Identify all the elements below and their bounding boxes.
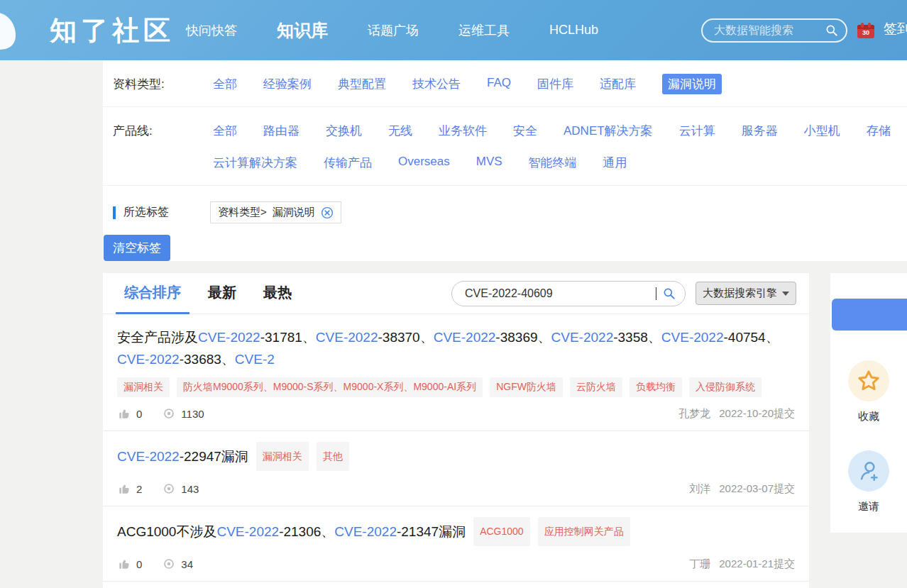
tag-chip[interactable]: 负载均衡 <box>630 377 682 397</box>
favorite-button[interactable] <box>848 360 889 401</box>
nav-item[interactable]: 知识库 <box>277 19 328 42</box>
section-accent-bar <box>113 206 116 219</box>
header-search-input[interactable] <box>713 23 825 38</box>
sort-tab[interactable]: 综合排序 <box>116 273 189 314</box>
invite-button[interactable] <box>848 450 889 492</box>
result-title[interactable]: 安全产品涉及CVE-2022-31781、CVE-2022-38370、CVE-… <box>117 326 795 370</box>
tag-chip[interactable]: 云防火墙 <box>570 377 622 397</box>
like-count: 0 <box>136 558 142 570</box>
filter-rows: 资料类型:全部经验案例典型配置技术公告FAQ固件库适配库漏洞说明产品线:全部路由… <box>103 60 907 186</box>
thumbs-up-icon[interactable] <box>117 482 131 496</box>
nav-item[interactable]: 快问快答 <box>186 22 237 39</box>
title-highlight: CVE-2022 <box>334 524 397 539</box>
filter-option[interactable]: FAQ <box>487 74 511 94</box>
favorite-label: 收藏 <box>858 410 879 423</box>
views-icon <box>162 406 176 421</box>
filter-option[interactable]: 经验案例 <box>263 74 312 94</box>
title-highlight: CVE-2022 <box>551 330 614 345</box>
nav-item[interactable]: 运维工具 <box>458 22 510 39</box>
submit-date: 2022-03-07提交 <box>719 482 795 494</box>
filter-option[interactable]: 云计算解决方案 <box>213 152 297 173</box>
thumbs-up-icon[interactable] <box>117 406 131 421</box>
results-search-input[interactable] <box>463 287 655 301</box>
filter-option[interactable]: 存储 <box>867 121 891 141</box>
tag-chip[interactable]: ACG1000 <box>473 517 529 546</box>
calendar-icon[interactable]: 30 <box>857 23 874 38</box>
like-count: 2 <box>136 483 142 495</box>
thumbs-up-icon[interactable] <box>117 557 131 571</box>
search-icon[interactable] <box>825 23 839 38</box>
logo-text[interactable]: 知了社区 <box>50 13 175 49</box>
sort-tab[interactable]: 最热 <box>255 273 300 314</box>
filter-option[interactable]: 全部 <box>213 74 237 94</box>
views-icon <box>162 557 176 571</box>
selected-tag-category: 资料类型> <box>218 206 267 219</box>
tag-chip[interactable]: NGFW防火墙 <box>490 377 563 397</box>
clear-tags-button[interactable]: 清空标签 <box>104 235 170 261</box>
tag-chip[interactable]: 其他 <box>317 442 349 471</box>
title-highlight: CVE-2022 <box>117 352 180 367</box>
filter-option[interactable]: Overseas <box>398 152 450 173</box>
title-highlight: CVE-2022 <box>316 330 378 345</box>
sidebar-action-button[interactable] <box>832 299 907 331</box>
search-icon[interactable] <box>662 287 676 301</box>
result-title[interactable]: ACG1000不涉及CVE-2022-21306、CVE-2022-21347漏… <box>117 518 795 548</box>
views-count: 34 <box>181 558 193 570</box>
calendar-peg <box>868 23 871 28</box>
signin-link[interactable]: 签到 <box>884 20 907 38</box>
results-search[interactable] <box>451 281 686 306</box>
title-text: -22947漏洞 <box>180 449 248 464</box>
tag-chip[interactable]: 漏洞相关 <box>117 377 170 397</box>
result-meta: 2143刘洋2022-03-07提交 <box>117 482 795 496</box>
filter-option[interactable]: 技术公告 <box>412 74 461 94</box>
nav-item[interactable]: 话题广场 <box>368 22 419 39</box>
tag-chip[interactable]: 防火墙M9000系列、M9000-S系列、M9000-X系列、M9000-AI系… <box>177 377 483 397</box>
submit-date: 2022-10-20提交 <box>719 407 795 419</box>
remove-tag-icon[interactable] <box>321 206 334 219</box>
filter-row-label: 产品线: <box>113 121 213 139</box>
filter-option[interactable]: 漏洞说明 <box>662 74 722 94</box>
title-text: -31781、 <box>260 330 316 345</box>
header-search[interactable] <box>701 18 847 43</box>
title-text: -33683、 <box>180 352 235 367</box>
filter-option[interactable]: 路由器 <box>263 121 299 141</box>
filter-option[interactable]: MVS <box>476 152 502 173</box>
filter-panel: 资料类型:全部经验案例典型配置技术公告FAQ固件库适配库漏洞说明产品线:全部路由… <box>103 60 907 261</box>
views: 143 <box>162 482 199 496</box>
author: 刘洋 <box>689 482 710 494</box>
filter-option[interactable]: ADNET解决方案 <box>564 121 653 141</box>
results-tabbar: 综合排序最新最热 大数据搜索引擎 <box>103 273 809 314</box>
filter-options: 全部经验案例典型配置技术公告FAQ固件库适配库漏洞说明 <box>213 74 907 94</box>
filter-option[interactable]: 传输产品 <box>324 152 372 173</box>
tag-chip[interactable]: 应用控制网关产品 <box>538 517 630 546</box>
filter-option[interactable]: 适配库 <box>600 74 636 94</box>
filter-option[interactable]: 安全 <box>513 121 537 141</box>
title-highlight: CVE-2022 <box>434 330 496 345</box>
views-count: 1130 <box>181 408 204 420</box>
tag-chip[interactable]: 入侵防御系统 <box>689 377 762 397</box>
sort-tabs: 综合排序最新最热 <box>116 273 310 314</box>
nav-item[interactable]: HCLHub <box>549 23 598 38</box>
filter-option[interactable]: 交换机 <box>326 121 362 141</box>
tag-chip[interactable]: 漏洞相关 <box>256 442 309 471</box>
title-text: -40754、 <box>723 330 779 345</box>
title-text: 安全产品涉及 <box>117 330 198 345</box>
tag-chip-row: 漏洞相关防火墙M9000系列、M9000-S系列、M9000-X系列、M9000… <box>117 377 795 397</box>
result-meta: 034丁珊2022-01-21提交 <box>117 557 795 571</box>
filter-option[interactable]: 通用 <box>603 152 627 173</box>
filter-option[interactable]: 智能终端 <box>529 152 577 173</box>
filter-option[interactable]: 云计算 <box>679 121 715 141</box>
filter-option[interactable]: 全部 <box>213 121 237 141</box>
search-engine-dropdown[interactable]: 大数据搜索引擎 <box>696 282 796 305</box>
filter-option[interactable]: 无线 <box>388 121 412 141</box>
filter-option[interactable]: 固件库 <box>537 74 573 94</box>
sort-tab[interactable]: 最新 <box>199 273 245 314</box>
filter-option[interactable]: 业务软件 <box>439 121 487 141</box>
submit-info: 刘洋2022-03-07提交 <box>689 482 795 496</box>
filter-option[interactable]: 服务器 <box>742 121 778 141</box>
like-count: 0 <box>136 408 142 420</box>
filter-option[interactable]: 典型配置 <box>338 74 386 94</box>
filter-option[interactable]: 小型机 <box>804 121 840 141</box>
views: 1130 <box>162 406 204 421</box>
result-title[interactable]: CVE-2022-22947漏洞漏洞相关其他 <box>117 443 795 472</box>
